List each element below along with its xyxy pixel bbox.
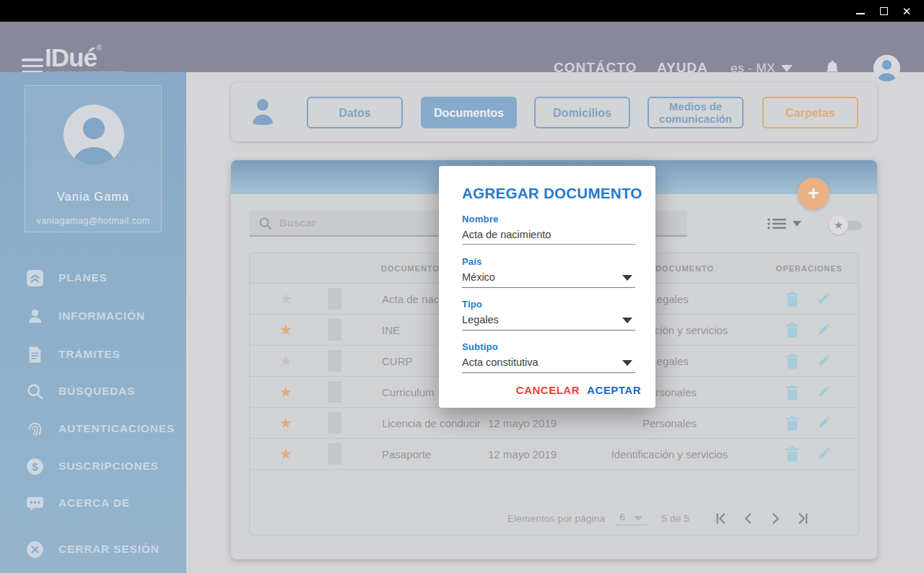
logout-icon (26, 541, 44, 559)
document-thumbnail[interactable] (328, 381, 341, 403)
search-icon (26, 382, 44, 401)
sidebar: Vania Gama vaniagamag@hotmail.com PLANES… (0, 72, 186, 573)
favorite-star-icon[interactable]: ★ (279, 384, 292, 400)
sidebar-item-busquedas[interactable]: BÚSQUEDAS (26, 381, 135, 401)
tab-medios-de-comunicacion[interactable]: Medios de comunicación (648, 97, 744, 128)
list-view-icon (767, 218, 786, 229)
previous-page-button[interactable] (734, 509, 762, 528)
edit-icon[interactable] (817, 385, 831, 399)
favorite-star-icon[interactable]: ★ (279, 322, 292, 338)
document-icon (26, 346, 44, 364)
field-label: Nombre (462, 214, 635, 224)
favorite-star-icon[interactable]: ★ (279, 446, 292, 462)
chat-icon (26, 494, 44, 512)
last-page-button[interactable] (789, 509, 816, 528)
document-thumbnail[interactable] (328, 443, 341, 465)
notifications-bell-icon[interactable] (824, 59, 840, 78)
nav-help[interactable]: AYUDA (657, 60, 708, 76)
field-label: Subtipo (462, 341, 635, 352)
chevron-down-icon (781, 65, 793, 72)
accept-button[interactable]: ACEPTAR (587, 384, 641, 396)
column-document: DOCUMENTO (381, 264, 440, 273)
window-titlebar: ✕ (0, 0, 924, 22)
edit-icon[interactable] (817, 447, 831, 461)
favorite-star-icon[interactable]: ★ (279, 291, 292, 307)
tab-carpetas[interactable]: Carpetas (762, 97, 858, 128)
sidebar-item-acerca-de[interactable]: ACERCA DE (26, 493, 130, 513)
plans-icon (26, 269, 44, 287)
person-icon (26, 307, 44, 325)
document-thumbnail[interactable] (328, 319, 341, 341)
sidebar-item-autenticaciones[interactable]: AUTENTICACIONES (26, 419, 175, 439)
tipo-select[interactable]: Legales (462, 310, 635, 331)
tab-datos[interactable]: Datos (307, 97, 403, 128)
delete-icon[interactable] (785, 292, 799, 306)
nombre-input[interactable] (462, 224, 635, 245)
minimize-icon (856, 13, 865, 14)
edit-icon[interactable] (817, 354, 831, 368)
edit-icon[interactable] (817, 292, 831, 306)
user-avatar[interactable] (873, 55, 900, 82)
document-thumbnail[interactable] (328, 412, 341, 434)
document-type: Personales (582, 417, 757, 429)
sidebar-item-informacion[interactable]: INFORMACIÓN (26, 306, 145, 326)
next-page-button[interactable] (762, 509, 789, 528)
chevron-down-icon (622, 360, 632, 366)
sidebar-item-tramites[interactable]: TRÁMITES (26, 344, 121, 364)
svg-text:$: $ (32, 460, 38, 472)
sidebar-item-planes[interactable]: PLANES (26, 268, 108, 288)
nav-contact[interactable]: CONTÁCTO (554, 60, 637, 76)
tab-domicilios[interactable]: Domicilios (534, 97, 630, 128)
chevron-down-icon (622, 318, 632, 323)
field-pais: País México (462, 256, 635, 288)
field-label: País (462, 256, 635, 267)
delete-icon[interactable] (785, 416, 799, 430)
document-thumbnail[interactable] (328, 288, 341, 310)
modal-title: AGREGAR DOCUMENTO (462, 185, 642, 202)
favorites-filter-toggle[interactable]: ★ (829, 215, 863, 235)
edit-icon[interactable] (817, 323, 831, 337)
field-subtipo: Subtipo Acta constitutiva (462, 341, 635, 373)
user-email: vaniagamag@hotmail.com (25, 216, 161, 226)
add-document-button[interactable]: + (798, 178, 829, 209)
first-page-button[interactable] (707, 509, 734, 528)
sidebar-item-cerrar-sesion[interactable]: CERRAR SESIÓN (26, 539, 160, 559)
view-mode-selector[interactable] (767, 218, 801, 229)
delete-icon[interactable] (785, 447, 799, 461)
delete-icon[interactable] (785, 354, 799, 368)
fingerprint-icon (26, 420, 44, 438)
edit-icon[interactable] (817, 416, 831, 430)
close-button[interactable]: ✕ (896, 0, 918, 22)
close-icon: ✕ (902, 6, 912, 17)
sidebar-item-suscripciones[interactable]: $ SUSCRIPCIONES (26, 456, 159, 476)
delete-icon[interactable] (785, 323, 799, 337)
profile-avatar (64, 105, 124, 165)
app-header: IDué® DILIGENCE AUTHENTICATION CONTÁCTO … (0, 22, 924, 72)
pagination: Elementos por página 6 5 de 5 (507, 507, 816, 529)
language-selector[interactable]: es - MX (731, 61, 793, 76)
subtipo-select[interactable]: Acta constitutiva (462, 352, 635, 373)
tab-documentos[interactable]: Documentos (421, 97, 517, 128)
delete-icon[interactable] (785, 385, 799, 399)
page-range-label: 5 de 5 (661, 513, 689, 524)
cancel-button[interactable]: CANCELAR (516, 384, 580, 396)
document-type: Identificación y servicios (582, 448, 757, 460)
maximize-button[interactable] (873, 0, 894, 22)
document-thumbnail[interactable] (328, 350, 341, 372)
search-icon (258, 216, 272, 230)
minimize-button[interactable] (850, 0, 871, 22)
chevron-down-icon (622, 275, 632, 281)
items-per-page-select[interactable]: 6 (615, 512, 647, 525)
maximize-icon (880, 7, 888, 15)
document-name: Pasaporte (382, 448, 488, 460)
pais-select[interactable]: México (462, 267, 635, 288)
favorite-star-icon[interactable]: ★ (279, 415, 292, 431)
column-operations: OPERACIONES (759, 264, 860, 273)
document-name: Licencia de conducir (382, 417, 488, 429)
pais-value: México (462, 271, 495, 283)
registered-mark: ® (97, 44, 102, 52)
document-date: 12 mayo 2019 (488, 417, 582, 429)
dollar-icon: $ (26, 458, 44, 476)
language-value: es - MX (731, 61, 775, 76)
favorite-star-icon[interactable]: ★ (279, 353, 292, 369)
